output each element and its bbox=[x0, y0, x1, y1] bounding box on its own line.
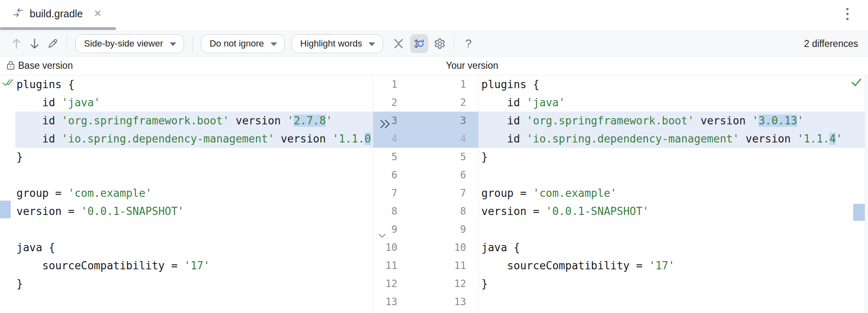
edit-pencil-icon[interactable] bbox=[44, 34, 62, 53]
change-apply-marker[interactable] bbox=[0, 201, 11, 218]
code-line: id 'java' bbox=[479, 93, 865, 112]
code-line bbox=[0, 293, 373, 311]
code-token: group = bbox=[16, 187, 68, 199]
help-icon[interactable]: ? bbox=[459, 34, 477, 53]
code-token: ' bbox=[752, 114, 758, 127]
word-diff-highlight: 0 bbox=[364, 133, 371, 145]
code-token: 'io.spring.dependency-management' bbox=[527, 133, 740, 145]
change-apply-marker[interactable] bbox=[853, 204, 865, 221]
code-token: 'com.example' bbox=[68, 187, 152, 199]
next-difference-button[interactable] bbox=[26, 34, 44, 53]
code-token: ' bbox=[287, 114, 294, 127]
code-line: plugins { bbox=[479, 75, 865, 93]
toolbar-separator bbox=[67, 36, 67, 51]
right-line-number: 12 bbox=[454, 275, 466, 293]
right-line-number: 10 bbox=[454, 238, 466, 257]
highlight-mode-label: Highlight words bbox=[300, 38, 362, 49]
code-line: sourceCompatibility = '17' bbox=[479, 257, 865, 275]
kebab-menu-icon[interactable] bbox=[839, 6, 856, 22]
code-line: plugins { bbox=[0, 75, 373, 93]
gutter-row: 22 bbox=[373, 93, 478, 112]
right-line-number: 11 bbox=[454, 257, 466, 275]
ignore-policy-dropdown[interactable]: Do not ignore bbox=[201, 34, 285, 53]
code-token: 'java' bbox=[62, 96, 100, 109]
code-line bbox=[479, 166, 865, 184]
code-token: '17' bbox=[184, 259, 210, 272]
code-line: id 'io.spring.dependency-management' ver… bbox=[0, 130, 373, 148]
previous-difference-button[interactable] bbox=[7, 34, 26, 53]
gutter-row: 88 bbox=[373, 202, 478, 220]
your-version-title: Your version bbox=[446, 56, 498, 75]
left-line-number: 6 bbox=[392, 166, 397, 184]
code-token: plugins { bbox=[481, 78, 539, 91]
base-version-editor[interactable]: plugins { id 'java' id 'org.springframew… bbox=[0, 75, 373, 313]
code-line: } bbox=[0, 275, 373, 293]
code-line bbox=[0, 166, 373, 184]
right-line-number: 7 bbox=[460, 184, 466, 202]
right-line-number: 3 bbox=[460, 112, 466, 130]
chevron-down-icon bbox=[369, 42, 375, 46]
left-line-number: 7 bbox=[392, 184, 397, 202]
chevron-down-icon bbox=[271, 42, 277, 46]
left-line-number: 9 bbox=[392, 220, 397, 238]
code-token: 'com.example' bbox=[533, 187, 617, 199]
code-token: group = bbox=[481, 187, 533, 199]
word-diff-highlight: 4 bbox=[829, 133, 836, 145]
gutter-row: 33 bbox=[373, 112, 478, 130]
base-version-label: Base version bbox=[18, 60, 73, 71]
code-token: version bbox=[694, 114, 752, 127]
right-line-number: 9 bbox=[460, 220, 466, 238]
code-line: java { bbox=[479, 238, 865, 257]
code-token: ' bbox=[326, 114, 332, 127]
left-line-number: 8 bbox=[392, 202, 397, 220]
code-token: id bbox=[16, 133, 62, 145]
gutter-row: 1010 bbox=[373, 238, 478, 257]
gutter-row: 66 bbox=[373, 166, 478, 184]
code-token: ' bbox=[797, 114, 804, 127]
your-version-editor[interactable]: plugins { id 'java' id 'org.springframew… bbox=[479, 75, 865, 313]
scrollbar-track[interactable] bbox=[865, 75, 868, 313]
left-line-number: 2 bbox=[392, 93, 397, 112]
code-token: 'org.springframework.boot' bbox=[527, 114, 694, 127]
code-token: '0.0.1-SNAPSHOT' bbox=[81, 205, 184, 217]
left-line-number: 3 bbox=[392, 112, 397, 130]
left-line-number: 10 bbox=[385, 238, 397, 257]
gear-icon[interactable] bbox=[431, 34, 449, 53]
word-diff-highlight: 2.7.8 bbox=[294, 114, 326, 127]
gutter-row: 1212 bbox=[373, 275, 478, 293]
word-diff-highlight: 3.0.13 bbox=[758, 114, 797, 127]
gutter-row: 55 bbox=[373, 148, 478, 166]
code-token: version bbox=[739, 133, 797, 145]
left-line-number: 12 bbox=[385, 275, 397, 293]
gutter-row: 1313 bbox=[373, 293, 478, 311]
code-token: version = bbox=[16, 205, 81, 217]
code-line: id 'org.springframework.boot' version '2… bbox=[0, 112, 373, 130]
chevron-down-icon bbox=[170, 42, 176, 46]
code-token: '1.1. bbox=[332, 133, 364, 145]
code-token: version = bbox=[481, 205, 546, 217]
synchronize-scrolling-toggle[interactable] bbox=[410, 34, 428, 53]
code-token: } bbox=[16, 278, 23, 290]
all-changes-applied-icon bbox=[2, 78, 14, 89]
change-accepted-check-icon bbox=[851, 77, 862, 89]
code-token: id bbox=[16, 114, 62, 127]
toolbar-separator bbox=[454, 36, 454, 51]
highlight-mode-dropdown[interactable]: Highlight words bbox=[292, 34, 383, 53]
gutter-row: 99 bbox=[373, 220, 478, 238]
ignore-policy-label: Do not ignore bbox=[210, 38, 264, 49]
collapse-unchanged-button[interactable] bbox=[390, 34, 408, 53]
close-icon[interactable]: ✕ bbox=[93, 9, 102, 19]
code-token: } bbox=[16, 151, 23, 163]
tab-build-gradle[interactable]: build.gradle ✕ bbox=[0, 0, 113, 27]
viewer-mode-dropdown[interactable]: Side-by-side viewer bbox=[75, 34, 184, 53]
code-token: sourceCompatibility = bbox=[16, 259, 184, 272]
left-line-number: 11 bbox=[385, 257, 397, 275]
code-token: 'io.spring.dependency-management' bbox=[62, 133, 275, 145]
code-token: version bbox=[274, 133, 332, 145]
code-line: id 'org.springframework.boot' version '3… bbox=[479, 112, 865, 130]
editor-tab-bar: build.gradle ✕ bbox=[0, 0, 868, 31]
code-token: plugins { bbox=[16, 78, 75, 91]
code-token: sourceCompatibility = bbox=[481, 259, 649, 272]
code-line: } bbox=[479, 148, 865, 166]
right-line-number: 13 bbox=[454, 293, 466, 311]
